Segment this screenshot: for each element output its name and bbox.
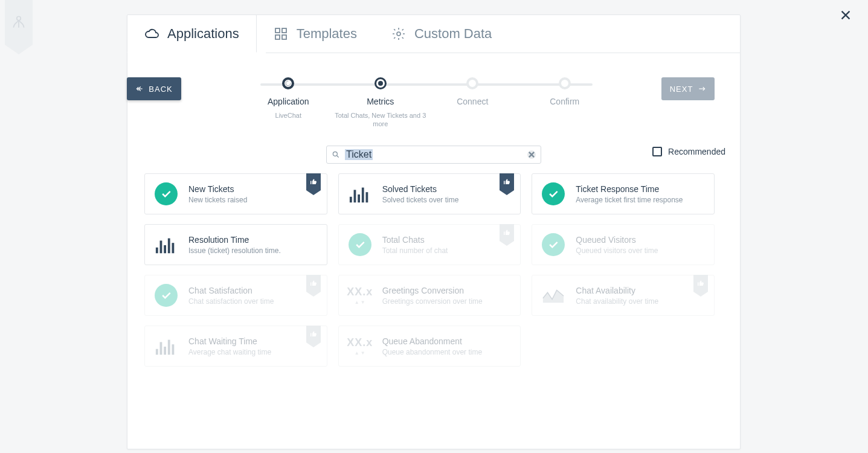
metric-sub: Average ticket first time response: [576, 196, 683, 204]
metric-sub: Chat satisfaction over time: [188, 297, 274, 306]
thumb-up-icon: [310, 330, 317, 338]
metric-sub: Issue (ticket) resolution time.: [188, 246, 281, 255]
step-dot-done: [282, 77, 294, 89]
svg-point-0: [17, 16, 21, 21]
tab-label: Custom Data: [414, 26, 492, 42]
selected-check-icon: [155, 284, 178, 307]
selected-check-icon: [349, 233, 371, 256]
step-dot-future: [559, 77, 571, 89]
thumb-up-icon: [697, 280, 704, 287]
metric-title: Ticket Response Time: [576, 184, 683, 194]
metric-sub: Queued visitors over time: [576, 246, 658, 255]
recommended-badge: [500, 224, 514, 241]
metric-search[interactable]: Ticket: [326, 146, 541, 164]
back-label: BACK: [149, 85, 172, 94]
metric-title: Queue Abandonment: [382, 336, 482, 346]
metric-card-total-chats[interactable]: Total Chats Total number of chat: [338, 224, 521, 265]
arrow-right-icon: [698, 85, 706, 93]
cloud-icon: [144, 27, 159, 41]
metric-sub: Greetings conversion over time: [382, 297, 483, 306]
thumb-up-icon: [503, 229, 510, 236]
step-label: Confirm: [519, 97, 611, 106]
recommended-toggle[interactable]: Recommended: [652, 147, 725, 156]
step-metrics[interactable]: Metrics Total Chats, New Tickets and 3 m…: [335, 77, 427, 129]
metric-card-chat-availability[interactable]: Chat Availability Chat availability over…: [532, 275, 715, 316]
metric-card-resolution-time[interactable]: Resolution Time Issue (ticket) resolutio…: [144, 224, 327, 265]
svg-rect-16: [172, 243, 175, 253]
svg-rect-4: [282, 35, 286, 39]
svg-rect-13: [160, 240, 162, 253]
tab-applications[interactable]: Applications: [127, 14, 257, 53]
back-button[interactable]: BACK: [127, 77, 181, 100]
app-logo-ribbon: [5, 0, 33, 45]
tab-label: Applications: [167, 26, 239, 42]
step-connect[interactable]: Connect: [426, 77, 519, 129]
search-input-value[interactable]: Ticket: [345, 149, 373, 160]
number-stat-icon: XX.x▲ ▼: [349, 335, 371, 358]
recommended-badge: [693, 275, 708, 292]
metric-card-queue-abandonment[interactable]: XX.x▲ ▼ Queue Abandonment Queue abandonm…: [338, 326, 521, 367]
step-sublabel: Total Chats, New Tickets and 3 more: [335, 111, 427, 129]
svg-rect-17: [156, 349, 158, 355]
step-confirm[interactable]: Confirm: [519, 77, 611, 129]
clear-search-button[interactable]: [527, 150, 536, 159]
step-sublabel: LiveChat: [242, 111, 335, 120]
metric-sub: Chat availability over time: [576, 297, 658, 306]
svg-rect-7: [350, 197, 352, 203]
step-application[interactable]: Application LiveChat: [242, 77, 335, 129]
svg-rect-15: [168, 239, 170, 254]
arrow-left-icon: [135, 85, 144, 93]
search-icon: [332, 150, 340, 159]
metric-sub: Queue abandonment over time: [382, 348, 482, 356]
close-icon: [839, 8, 852, 22]
metric-title: Chat Waiting Time: [188, 336, 271, 346]
close-button[interactable]: [839, 8, 852, 22]
metric-card-solved-tickets[interactable]: Solved Tickets Solved tickets over time: [338, 173, 521, 214]
line-chart-icon: [542, 284, 565, 307]
recommended-badge: [306, 173, 321, 190]
metric-card-greetings-conversion[interactable]: XX.x▲ ▼ Greetings Conversion Greetings c…: [338, 275, 521, 316]
bar-chart-icon: [155, 335, 178, 358]
metric-title: Greetings Conversion: [382, 286, 483, 295]
svg-rect-14: [164, 245, 166, 253]
thumb-up-icon: [310, 280, 317, 287]
svg-rect-9: [358, 194, 360, 202]
metric-card-response-time[interactable]: Ticket Response Time Average ticket firs…: [532, 173, 715, 214]
metric-card-chat-satisfaction[interactable]: Chat Satisfaction Chat satisfaction over…: [144, 275, 327, 316]
svg-point-5: [397, 32, 400, 36]
step-label: Metrics: [335, 97, 427, 106]
tabs-divider: [266, 53, 740, 53]
bar-chart-icon: [349, 182, 371, 205]
wizard-panel: Applications Templates Custom Data BACK …: [127, 14, 741, 449]
svg-point-6: [333, 152, 337, 156]
metric-sub: Solved tickets over time: [382, 196, 459, 204]
svg-rect-18: [160, 342, 162, 355]
metric-sub: Average chat waiting time: [188, 348, 271, 356]
tab-custom-data[interactable]: Custom Data: [375, 14, 509, 53]
tab-label: Templates: [297, 26, 357, 42]
recommended-badge: [500, 173, 514, 190]
svg-rect-19: [164, 347, 166, 355]
metric-title: Solved Tickets: [382, 184, 459, 194]
step-label: Connect: [426, 97, 519, 106]
metric-sub: New tickets raised: [188, 196, 247, 204]
tab-templates[interactable]: Templates: [257, 14, 375, 53]
main-tabs: Applications Templates Custom Data: [127, 14, 509, 53]
search-row: Ticket: [127, 146, 740, 164]
svg-rect-1: [275, 28, 280, 33]
recommended-badge: [306, 275, 321, 292]
selected-check-icon: [155, 182, 178, 205]
metric-card-chat-waiting[interactable]: Chat Waiting Time Average chat waiting t…: [144, 326, 327, 367]
recommended-label: Recommended: [668, 147, 725, 156]
metric-title: Chat Availability: [576, 286, 658, 295]
metric-title: New Tickets: [188, 184, 247, 194]
wizard-stepper: Application LiveChat Metrics Total Chats…: [242, 77, 611, 129]
svg-rect-12: [156, 248, 158, 254]
metric-card-new-tickets[interactable]: New Tickets New tickets raised: [144, 173, 327, 214]
metrics-grid: New Tickets New tickets raised Solved Ti…: [144, 173, 715, 367]
selected-check-icon: [542, 182, 565, 205]
metric-card-queued-visitors[interactable]: Queued Visitors Queued visitors over tim…: [532, 224, 715, 265]
clear-icon: [527, 150, 536, 159]
next-button[interactable]: NEXT: [661, 77, 715, 100]
thumb-up-icon: [310, 178, 317, 185]
